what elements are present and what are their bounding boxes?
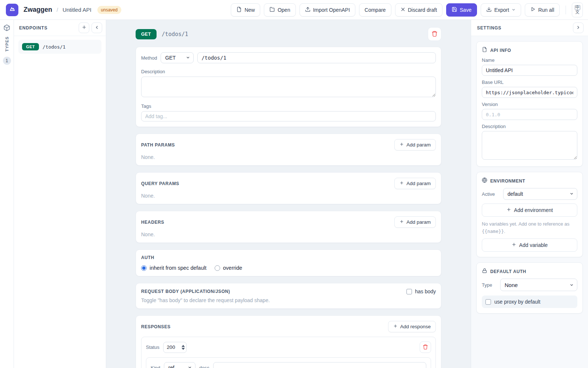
breadcrumb-doc-title: Untitled API bbox=[62, 7, 91, 13]
tag-input[interactable] bbox=[141, 111, 436, 121]
run-all-button[interactable]: Run all bbox=[525, 3, 560, 17]
discard-draft-button[interactable]: Discard draft bbox=[395, 3, 442, 17]
request-body-title: REQUEST BODY (APPLICATION/JSON) bbox=[141, 289, 406, 294]
types-cube-icon[interactable] bbox=[3, 24, 10, 33]
auth-title: AUTH bbox=[141, 255, 436, 260]
compare-button-label: Compare bbox=[365, 7, 386, 13]
rail-types-label[interactable]: TYPES bbox=[5, 36, 9, 52]
no-variables-note: No variables yet. Add one to reference a… bbox=[482, 220, 577, 235]
plus-icon bbox=[393, 324, 398, 329]
app-logo bbox=[6, 4, 18, 16]
method-select[interactable]: GET bbox=[161, 52, 194, 63]
radio-unchecked-icon bbox=[215, 265, 220, 271]
collapse-settings-button[interactable] bbox=[573, 22, 584, 33]
app-name: Zwaggen bbox=[24, 6, 52, 14]
save-button[interactable]: Save bbox=[446, 3, 477, 17]
auth-inherit-radio[interactable]: inherit from spec default bbox=[141, 265, 207, 271]
kind-label: Kind bbox=[151, 365, 160, 368]
chevron-down-icon bbox=[512, 7, 516, 13]
settings-header: SETTINGS bbox=[471, 20, 588, 36]
auth-override-radio[interactable]: override bbox=[215, 265, 242, 271]
responses-card: RESPONSES Add response Status 200 bbox=[136, 315, 441, 368]
trash-icon bbox=[431, 31, 438, 38]
active-environment-select[interactable]: default bbox=[503, 188, 577, 200]
auth-type-select[interactable]: None bbox=[500, 279, 577, 291]
close-icon bbox=[401, 7, 405, 13]
chevron-down-icon bbox=[188, 365, 192, 368]
number-stepper[interactable] bbox=[180, 342, 186, 353]
radio-checked-icon bbox=[141, 265, 147, 271]
export-button[interactable]: Export bbox=[481, 3, 521, 17]
delete-endpoint-button[interactable] bbox=[428, 27, 441, 41]
version-input[interactable] bbox=[482, 109, 577, 120]
path-input[interactable] bbox=[197, 52, 436, 63]
status-label: Status bbox=[146, 344, 159, 350]
language-toggle-button[interactable]: 中 文 bbox=[572, 3, 583, 17]
api-info-title: API INFO bbox=[490, 48, 511, 53]
compare-button[interactable]: Compare bbox=[359, 3, 391, 17]
chevron-right-icon bbox=[576, 25, 581, 31]
add-header-button[interactable]: Add param bbox=[394, 216, 436, 228]
active-env-label: Active bbox=[482, 191, 499, 197]
add-environment-button[interactable]: Add environment bbox=[482, 204, 577, 217]
run-all-label: Run all bbox=[538, 7, 554, 13]
response-shape-box: Kind ref desc Ref Todo bbox=[146, 357, 431, 368]
endpoint-path: /todos/1 bbox=[43, 44, 66, 50]
save-icon bbox=[452, 7, 457, 13]
chevron-left-icon bbox=[94, 25, 99, 31]
tags-label: Tags bbox=[141, 103, 436, 109]
trash-icon bbox=[423, 344, 428, 351]
plus-icon bbox=[506, 207, 511, 213]
discard-draft-label: Discard draft bbox=[408, 7, 437, 13]
new-button[interactable]: New bbox=[231, 3, 260, 17]
settings-title: SETTINGS bbox=[477, 25, 571, 31]
plus-icon bbox=[399, 181, 404, 186]
api-description-label: Description bbox=[482, 124, 577, 129]
kind-select[interactable]: ref bbox=[164, 362, 196, 368]
add-endpoint-button[interactable] bbox=[79, 22, 89, 33]
import-openapi-button[interactable]: Import OpenAPI bbox=[300, 3, 355, 17]
add-response-button[interactable]: Add response bbox=[388, 321, 436, 332]
api-name-input[interactable] bbox=[482, 65, 577, 76]
method-badge: GET bbox=[22, 43, 39, 50]
add-variable-button[interactable]: Add variable bbox=[482, 238, 577, 252]
use-proxy-checkbox[interactable]: use proxy by default bbox=[482, 296, 577, 308]
has-body-checkbox[interactable]: has body bbox=[406, 289, 436, 294]
file-icon bbox=[236, 7, 242, 13]
auth-card: AUTH inherit from spec default override bbox=[136, 250, 441, 276]
response-desc-input[interactable] bbox=[213, 362, 427, 368]
folder-icon bbox=[269, 7, 275, 13]
description-textarea[interactable] bbox=[141, 77, 436, 97]
language-icon: 中 bbox=[575, 5, 580, 10]
environment-card: ENVIRONMENT Active default Add environme… bbox=[476, 172, 583, 257]
play-icon bbox=[530, 7, 535, 13]
endpoint-list-item[interactable]: GET /todos/1 bbox=[18, 40, 101, 54]
export-button-label: Export bbox=[494, 7, 509, 13]
base-url-input[interactable] bbox=[482, 87, 577, 98]
import-openapi-label: Import OpenAPI bbox=[313, 7, 350, 13]
top-bar: Zwaggen / Untitled API unsaved New Open … bbox=[0, 0, 588, 20]
breadcrumb-separator: / bbox=[57, 7, 58, 13]
chevron-down-icon bbox=[570, 282, 574, 288]
query-params-empty: None. bbox=[141, 193, 436, 199]
file-text-icon bbox=[482, 47, 487, 54]
environment-title: ENVIRONMENT bbox=[490, 178, 525, 184]
add-query-param-button[interactable]: Add param bbox=[394, 178, 436, 189]
status-input[interactable]: 200 bbox=[163, 342, 187, 353]
name-label: Name bbox=[482, 57, 577, 63]
mountain-icon bbox=[9, 6, 16, 14]
headers-title: HEADERS bbox=[141, 220, 394, 225]
path-params-card: PATH PARAMS Add param None. bbox=[136, 134, 441, 166]
query-params-card: QUERY PARAMS Add param None. bbox=[136, 172, 441, 204]
api-description-textarea[interactable] bbox=[482, 131, 577, 160]
variable-syntax-example: {{name}} bbox=[482, 229, 504, 234]
response-item: Status 200 Kind bbox=[141, 337, 436, 368]
collapse-endpoints-button[interactable] bbox=[92, 22, 102, 33]
download-icon bbox=[486, 7, 492, 13]
default-auth-card: DEFAULT AUTH Type None use proxy by defa… bbox=[476, 262, 583, 314]
open-button[interactable]: Open bbox=[264, 3, 295, 17]
add-path-param-button[interactable]: Add param bbox=[394, 139, 436, 151]
unsaved-badge: unsaved bbox=[97, 6, 121, 14]
delete-response-button[interactable] bbox=[420, 342, 431, 353]
chevron-down-icon bbox=[186, 55, 190, 61]
